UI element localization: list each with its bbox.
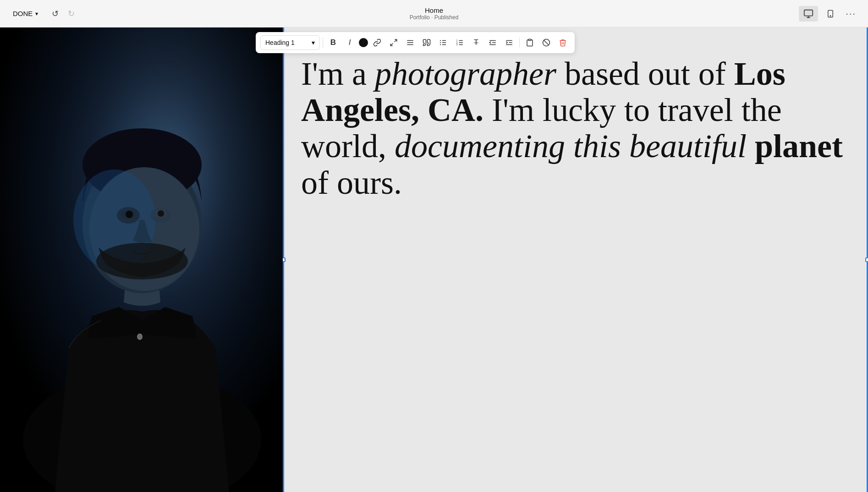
strikethrough-icon: T [474,38,478,47]
done-chevron-icon: ▾ [35,11,38,17]
italic-icon: I [349,38,351,47]
clear-format-icon [542,38,550,47]
svg-line-3 [395,39,397,42]
delete-icon [559,38,567,47]
format-toolbar: Heading 1 ▾ B I [256,32,575,53]
indent-decrease-button[interactable] [485,35,500,50]
indent-increase-icon [505,38,513,47]
desktop-view-button[interactable] [799,6,818,22]
italic-photographer: photographer [375,55,556,92]
bold-icon: B [330,38,336,47]
done-label: DONE [13,10,33,17]
blockquote-icon [423,38,431,47]
link-icon [373,38,381,47]
undo-redo-group: ↺ ↻ [49,6,77,22]
style-dropdown-chevron-icon: ▾ [312,39,315,46]
ordered-list-icon: 1 2 3 [456,38,464,47]
svg-rect-0 [804,10,813,16]
indent-increase-button[interactable] [502,35,516,50]
blockquote-button[interactable] [419,35,434,50]
svg-point-41 [158,210,164,217]
toolbar-separator-2 [519,38,520,48]
selection-handle-right[interactable] [865,257,868,262]
svg-point-11 [440,40,441,41]
unordered-list-button[interactable] [436,35,450,50]
desktop-icon [803,9,813,19]
italic-button[interactable]: I [342,35,357,50]
top-bar: DONE ▾ ↺ ↻ Home Portfolio · Published [0,0,868,27]
style-dropdown[interactable]: Heading 1 ▾ [260,35,320,50]
align-button[interactable] [403,35,418,50]
resize-icon [390,38,398,47]
main-heading-text[interactable]: I'm a photographer based out of Los Ange… [301,56,850,201]
ordered-list-button[interactable]: 1 2 3 [452,35,467,50]
page-title: Home [410,6,459,14]
indent-decrease-icon [489,38,497,47]
style-dropdown-label: Heading 1 [265,39,295,46]
toolbar-separator-1 [323,38,323,48]
bold-button[interactable]: B [326,35,341,50]
svg-point-44 [138,335,141,339]
svg-line-28 [544,40,549,45]
done-button[interactable]: DONE ▾ [9,8,42,19]
svg-point-39 [126,211,133,218]
color-picker-button[interactable] [359,38,368,47]
svg-text:3: 3 [456,43,458,46]
delete-button[interactable] [555,35,570,50]
undo-button[interactable]: ↺ [49,6,61,22]
bold-planet: planet [755,128,843,164]
strikethrough-button[interactable]: T [469,35,483,50]
resize-button[interactable] [386,35,401,50]
main-content: Hello, I'm a photographer based out of L… [0,27,868,492]
more-icon: ··· [846,8,856,19]
unordered-list-icon [439,38,447,47]
page-subtitle: Portfolio · Published [410,14,459,21]
svg-point-12 [440,42,441,43]
text-content-area[interactable]: Hello, I'm a photographer based out of L… [283,27,868,219]
more-options-button[interactable]: ··· [843,5,859,22]
svg-point-13 [440,44,441,45]
svg-line-4 [390,44,393,46]
redo-button[interactable]: ↻ [65,6,77,22]
mobile-icon [826,9,835,19]
top-bar-left: DONE ▾ ↺ ↻ [9,6,77,22]
top-bar-center: Home Portfolio · Published [410,6,459,21]
mobile-view-button[interactable] [822,6,839,22]
top-bar-right: ··· [799,5,859,22]
svg-point-2 [830,15,831,16]
align-icon [406,38,414,47]
portrait-photo [0,27,283,492]
clipboard-button[interactable] [522,35,537,50]
link-button[interactable] [370,35,385,50]
redo-icon: ↻ [68,9,75,19]
italic-beautiful: documenting this beautiful [395,128,747,164]
photo-panel [0,27,283,492]
text-panel[interactable]: Hello, I'm a photographer based out of L… [283,27,868,492]
clipboard-icon [526,38,534,47]
undo-icon: ↺ [52,9,59,19]
clear-format-button[interactable] [539,35,554,50]
selection-handle-left[interactable] [283,257,286,262]
svg-rect-26 [528,39,531,41]
